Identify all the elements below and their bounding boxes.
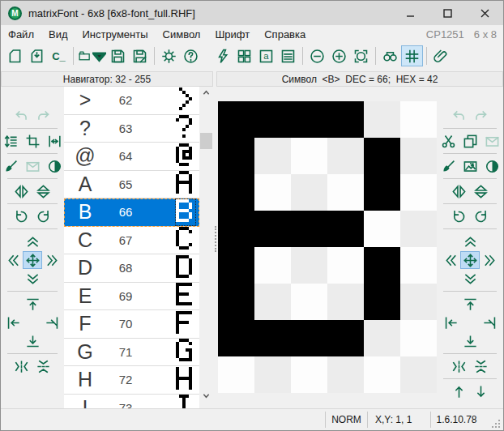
center-vertical-button[interactable] xyxy=(472,357,491,375)
pixel-cell[interactable] xyxy=(364,320,400,356)
save-as-button[interactable] xyxy=(129,45,151,66)
pixel-cell[interactable] xyxy=(327,101,364,138)
menu-инструменты[interactable]: Инструменты xyxy=(75,28,156,41)
open-folder-button[interactable] xyxy=(77,45,107,66)
rotate-ccw-button[interactable] xyxy=(450,207,469,225)
link-button[interactable] xyxy=(430,45,452,66)
char-row-65[interactable]: A65 xyxy=(64,171,199,199)
invert-button[interactable] xyxy=(482,157,502,175)
pixel-cell[interactable] xyxy=(327,356,364,393)
pixel-cell[interactable] xyxy=(218,247,254,284)
pixel-cell[interactable] xyxy=(291,138,327,174)
grid-button[interactable] xyxy=(401,45,423,66)
pixel-cell[interactable] xyxy=(327,284,364,320)
pixel-cell[interactable] xyxy=(364,247,400,284)
shift-left-button[interactable] xyxy=(441,251,460,269)
pixel-cell[interactable] xyxy=(291,174,327,211)
char-row-73[interactable]: I73 xyxy=(64,395,199,409)
rotate-cw-button[interactable] xyxy=(34,207,53,225)
pixel-cell[interactable] xyxy=(364,101,400,138)
pixel-cell[interactable] xyxy=(364,284,400,320)
pixel-cell[interactable] xyxy=(400,138,437,174)
brush-button[interactable] xyxy=(438,157,458,175)
center-vertical-button[interactable] xyxy=(34,357,53,375)
pixel-cell[interactable] xyxy=(254,138,291,174)
pixel-cell[interactable] xyxy=(400,356,437,393)
next-char-button[interactable] xyxy=(472,382,491,400)
char-row-70[interactable]: F70 xyxy=(64,310,199,339)
close-button[interactable] xyxy=(466,1,503,25)
new-file-button[interactable] xyxy=(4,45,26,66)
help-button[interactable] xyxy=(180,45,202,66)
resize-grip-icon[interactable] xyxy=(482,409,503,431)
save-button[interactable] xyxy=(107,45,129,66)
cut-button[interactable] xyxy=(438,132,458,150)
image-import-button[interactable] xyxy=(460,157,480,175)
quick-edit-button[interactable] xyxy=(211,45,233,66)
pixel-cell[interactable] xyxy=(327,247,364,284)
zoom-out-button[interactable] xyxy=(306,45,328,66)
menu-справка[interactable]: Справка xyxy=(257,28,313,41)
pixel-grid[interactable] xyxy=(218,101,437,393)
pixel-cell[interactable] xyxy=(254,356,291,393)
pixel-cell[interactable] xyxy=(400,284,437,320)
pixel-cell[interactable] xyxy=(254,211,291,247)
pixel-cell[interactable] xyxy=(291,247,327,284)
crop-button[interactable] xyxy=(23,132,42,150)
pixel-cell[interactable] xyxy=(254,247,291,284)
pixel-cell[interactable] xyxy=(400,247,437,284)
flip-vertical-button[interactable] xyxy=(34,182,53,200)
snap-right-button[interactable] xyxy=(42,314,62,331)
minimize-button[interactable] xyxy=(391,1,429,25)
flip-horizontal-button[interactable] xyxy=(450,182,469,200)
resize-width-button[interactable] xyxy=(45,132,64,150)
maximize-button[interactable] xyxy=(429,1,466,25)
pixel-cell[interactable] xyxy=(254,174,291,211)
shift-up-button[interactable] xyxy=(23,233,42,250)
char-row-69[interactable]: E69 xyxy=(64,283,199,311)
char-map-button[interactable] xyxy=(233,45,255,66)
shift-down-button[interactable] xyxy=(460,270,480,288)
pixel-cell[interactable] xyxy=(364,138,400,174)
char-row-66[interactable]: B66 xyxy=(64,198,199,227)
shift-down-button[interactable] xyxy=(23,270,42,288)
pixel-cell[interactable] xyxy=(291,211,327,247)
undo-button[interactable] xyxy=(12,107,32,125)
pixel-cell[interactable] xyxy=(327,320,364,356)
rotate-ccw-button[interactable] xyxy=(12,207,32,225)
pixel-cell[interactable] xyxy=(400,211,437,247)
row-spacing-button[interactable] xyxy=(1,132,20,150)
snap-top-button[interactable] xyxy=(23,295,42,313)
import-file-button[interactable] xyxy=(26,45,48,66)
char-row-67[interactable]: C67 xyxy=(64,227,199,255)
flip-vertical-button[interactable] xyxy=(472,182,491,200)
char-row-63[interactable]: ?63 xyxy=(64,115,199,143)
settings-button[interactable] xyxy=(158,45,180,66)
pixel-cell[interactable] xyxy=(400,320,437,356)
pixel-cell[interactable] xyxy=(400,101,437,138)
snap-bottom-button[interactable] xyxy=(23,332,42,350)
center-horizontal-button[interactable] xyxy=(450,357,469,375)
redo-button[interactable] xyxy=(472,107,491,125)
center-horizontal-button[interactable] xyxy=(12,357,32,375)
pixel-cell[interactable] xyxy=(218,174,254,211)
invert-button[interactable] xyxy=(45,157,64,175)
flip-horizontal-button[interactable] xyxy=(12,182,32,200)
zoom-in-button[interactable] xyxy=(328,45,350,66)
char-row-64[interactable]: @64 xyxy=(64,143,199,171)
paste-button[interactable] xyxy=(482,132,502,150)
new-charset-button[interactable]: C_ xyxy=(48,45,70,66)
menu-вид[interactable]: Вид xyxy=(41,28,75,41)
pixel-cell[interactable] xyxy=(218,138,254,174)
pixel-cell[interactable] xyxy=(218,320,254,356)
char-row-68[interactable]: D68 xyxy=(64,254,199,283)
pixel-cell[interactable] xyxy=(254,284,291,320)
paste-button[interactable] xyxy=(23,157,42,175)
char-row-62[interactable]: >62 xyxy=(64,87,199,115)
character-list[interactable]: >62?63@64A65B66C67D68E69F70G71H72I73 xyxy=(64,87,199,408)
pixel-cell[interactable] xyxy=(291,284,327,320)
pixel-cell[interactable] xyxy=(364,211,400,247)
pixel-cell[interactable] xyxy=(400,174,437,211)
scrollbar-thumb[interactable] xyxy=(200,133,212,149)
pixel-cell[interactable] xyxy=(327,211,364,247)
